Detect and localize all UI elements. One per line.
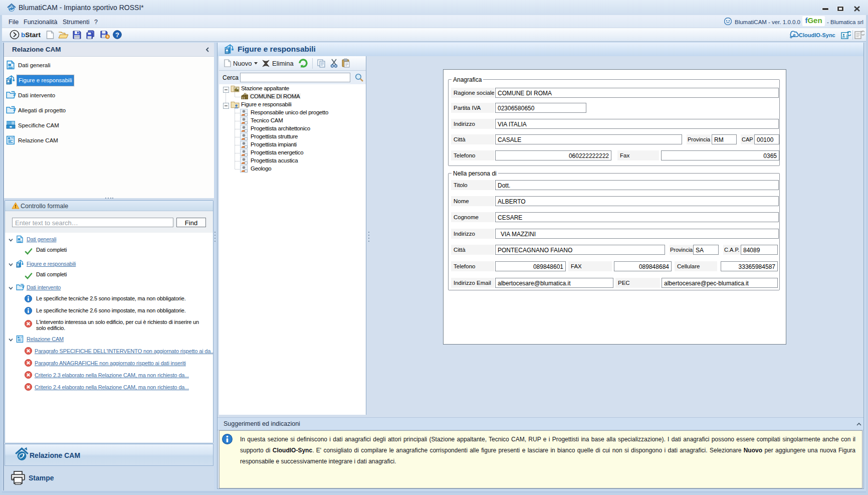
svg-text:?: ? <box>115 31 119 39</box>
